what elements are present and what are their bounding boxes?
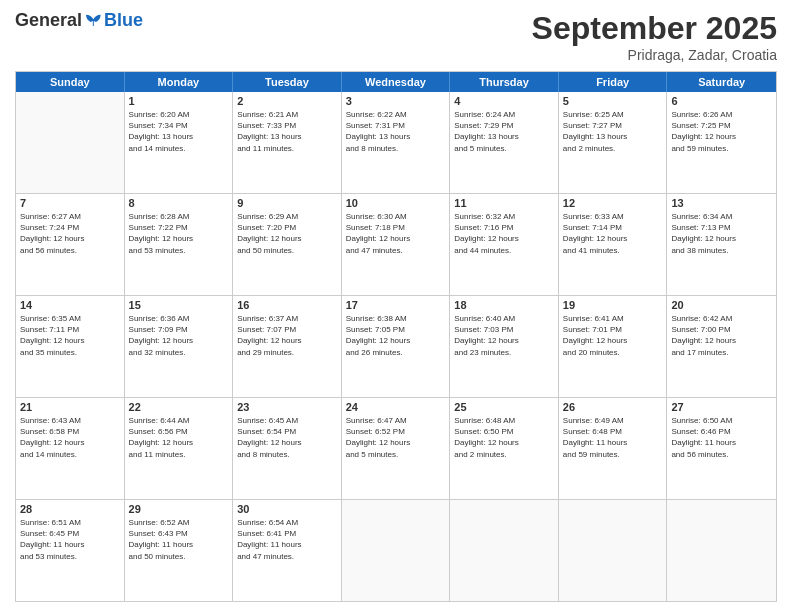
cell-info-line: Sunrise: 6:35 AM xyxy=(20,313,120,324)
cell-info-line: and 47 minutes. xyxy=(237,551,337,562)
day-number: 9 xyxy=(237,197,337,209)
calendar-cell xyxy=(450,500,559,601)
calendar-header: SundayMondayTuesdayWednesdayThursdayFrid… xyxy=(16,72,776,92)
cell-info-line: and 23 minutes. xyxy=(454,347,554,358)
calendar-cell xyxy=(559,500,668,601)
cell-info-line: Sunset: 6:41 PM xyxy=(237,528,337,539)
day-number: 14 xyxy=(20,299,120,311)
cell-info-line: Daylight: 13 hours xyxy=(346,131,446,142)
weekday-header-sunday: Sunday xyxy=(16,72,125,92)
calendar-cell: 4Sunrise: 6:24 AMSunset: 7:29 PMDaylight… xyxy=(450,92,559,193)
cell-info-line: and 56 minutes. xyxy=(20,245,120,256)
cell-info-line: Daylight: 11 hours xyxy=(563,437,663,448)
cell-info-line: and 14 minutes. xyxy=(129,143,229,154)
cell-info-line: Daylight: 12 hours xyxy=(20,233,120,244)
cell-info-line: Sunrise: 6:42 AM xyxy=(671,313,772,324)
cell-info-line: Sunset: 7:33 PM xyxy=(237,120,337,131)
day-number: 1 xyxy=(129,95,229,107)
calendar-cell: 16Sunrise: 6:37 AMSunset: 7:07 PMDayligh… xyxy=(233,296,342,397)
calendar-cell: 27Sunrise: 6:50 AMSunset: 6:46 PMDayligh… xyxy=(667,398,776,499)
cell-info-line: and 11 minutes. xyxy=(237,143,337,154)
cell-info-line: Sunrise: 6:38 AM xyxy=(346,313,446,324)
cell-info-line: Daylight: 13 hours xyxy=(454,131,554,142)
day-number: 21 xyxy=(20,401,120,413)
cell-info-line: Daylight: 12 hours xyxy=(129,233,229,244)
calendar-row-0: 1Sunrise: 6:20 AMSunset: 7:34 PMDaylight… xyxy=(16,92,776,194)
calendar-cell: 20Sunrise: 6:42 AMSunset: 7:00 PMDayligh… xyxy=(667,296,776,397)
cell-info-line: Daylight: 12 hours xyxy=(563,335,663,346)
cell-info-line: Sunset: 6:58 PM xyxy=(20,426,120,437)
calendar-cell xyxy=(342,500,451,601)
cell-info-line: Sunrise: 6:33 AM xyxy=(563,211,663,222)
calendar-cell: 24Sunrise: 6:47 AMSunset: 6:52 PMDayligh… xyxy=(342,398,451,499)
day-number: 3 xyxy=(346,95,446,107)
day-number: 29 xyxy=(129,503,229,515)
cell-info-line: and 50 minutes. xyxy=(129,551,229,562)
day-number: 30 xyxy=(237,503,337,515)
day-number: 23 xyxy=(237,401,337,413)
cell-info-line: Daylight: 12 hours xyxy=(671,335,772,346)
weekday-header-friday: Friday xyxy=(559,72,668,92)
title-section: September 2025 Pridraga, Zadar, Croatia xyxy=(532,10,777,63)
cell-info-line: Daylight: 11 hours xyxy=(129,539,229,550)
cell-info-line: Sunset: 7:11 PM xyxy=(20,324,120,335)
cell-info-line: Sunset: 7:05 PM xyxy=(346,324,446,335)
cell-info-line: and 38 minutes. xyxy=(671,245,772,256)
weekday-header-monday: Monday xyxy=(125,72,234,92)
cell-info-line: Daylight: 12 hours xyxy=(20,437,120,448)
cell-info-line: and 35 minutes. xyxy=(20,347,120,358)
day-number: 22 xyxy=(129,401,229,413)
cell-info-line: and 53 minutes. xyxy=(129,245,229,256)
cell-info-line: Daylight: 12 hours xyxy=(454,335,554,346)
cell-info-line: Sunrise: 6:37 AM xyxy=(237,313,337,324)
day-number: 2 xyxy=(237,95,337,107)
calendar-cell: 9Sunrise: 6:29 AMSunset: 7:20 PMDaylight… xyxy=(233,194,342,295)
cell-info-line: Daylight: 13 hours xyxy=(563,131,663,142)
cell-info-line: and 56 minutes. xyxy=(671,449,772,460)
cell-info-line: Sunset: 7:34 PM xyxy=(129,120,229,131)
cell-info-line: and 8 minutes. xyxy=(346,143,446,154)
page: General Blue September 2025 Pridraga, Za… xyxy=(0,0,792,612)
calendar-cell: 7Sunrise: 6:27 AMSunset: 7:24 PMDaylight… xyxy=(16,194,125,295)
calendar-cell: 12Sunrise: 6:33 AMSunset: 7:14 PMDayligh… xyxy=(559,194,668,295)
cell-info-line: Sunset: 6:45 PM xyxy=(20,528,120,539)
calendar-body: 1Sunrise: 6:20 AMSunset: 7:34 PMDaylight… xyxy=(16,92,776,601)
day-number: 6 xyxy=(671,95,772,107)
calendar-cell: 15Sunrise: 6:36 AMSunset: 7:09 PMDayligh… xyxy=(125,296,234,397)
cell-info-line: Sunset: 7:24 PM xyxy=(20,222,120,233)
cell-info-line: Daylight: 12 hours xyxy=(237,233,337,244)
calendar-row-1: 7Sunrise: 6:27 AMSunset: 7:24 PMDaylight… xyxy=(16,194,776,296)
calendar-cell: 22Sunrise: 6:44 AMSunset: 6:56 PMDayligh… xyxy=(125,398,234,499)
cell-info-line: Daylight: 12 hours xyxy=(237,335,337,346)
calendar-cell xyxy=(16,92,125,193)
cell-info-line: Sunrise: 6:43 AM xyxy=(20,415,120,426)
cell-info-line: and 5 minutes. xyxy=(346,449,446,460)
calendar: SundayMondayTuesdayWednesdayThursdayFrid… xyxy=(15,71,777,602)
cell-info-line: Sunrise: 6:28 AM xyxy=(129,211,229,222)
cell-info-line: Sunrise: 6:54 AM xyxy=(237,517,337,528)
cell-info-line: Sunrise: 6:32 AM xyxy=(454,211,554,222)
cell-info-line: Sunset: 6:54 PM xyxy=(237,426,337,437)
logo-general: General xyxy=(15,10,82,31)
cell-info-line: Sunrise: 6:50 AM xyxy=(671,415,772,426)
cell-info-line: Daylight: 11 hours xyxy=(237,539,337,550)
logo-bird-icon xyxy=(84,12,104,30)
cell-info-line: and 26 minutes. xyxy=(346,347,446,358)
day-number: 7 xyxy=(20,197,120,209)
logo-text: General Blue xyxy=(15,10,143,31)
calendar-cell: 11Sunrise: 6:32 AMSunset: 7:16 PMDayligh… xyxy=(450,194,559,295)
cell-info-line: Sunset: 7:18 PM xyxy=(346,222,446,233)
cell-info-line: Sunrise: 6:40 AM xyxy=(454,313,554,324)
calendar-cell: 3Sunrise: 6:22 AMSunset: 7:31 PMDaylight… xyxy=(342,92,451,193)
cell-info-line: Daylight: 11 hours xyxy=(671,437,772,448)
calendar-cell: 30Sunrise: 6:54 AMSunset: 6:41 PMDayligh… xyxy=(233,500,342,601)
cell-info-line: and 20 minutes. xyxy=(563,347,663,358)
cell-info-line: and 17 minutes. xyxy=(671,347,772,358)
cell-info-line: Daylight: 12 hours xyxy=(346,437,446,448)
day-number: 4 xyxy=(454,95,554,107)
cell-info-line: and 47 minutes. xyxy=(346,245,446,256)
calendar-cell: 2Sunrise: 6:21 AMSunset: 7:33 PMDaylight… xyxy=(233,92,342,193)
cell-info-line: Daylight: 12 hours xyxy=(671,233,772,244)
cell-info-line: Sunrise: 6:20 AM xyxy=(129,109,229,120)
day-number: 16 xyxy=(237,299,337,311)
